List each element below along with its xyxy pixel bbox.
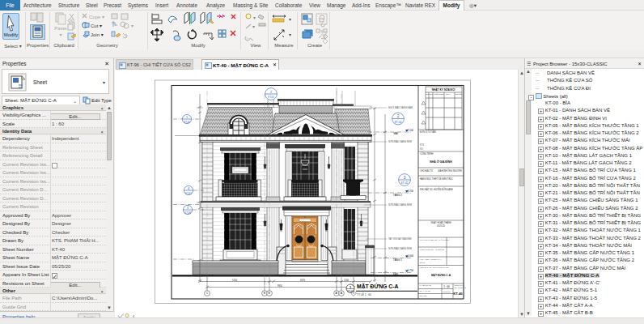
svg-text:1: 1 <box>186 116 188 119</box>
svg-text:SƠN MÀU VÀNG KEM: SƠN MÀU VÀNG KEM <box>388 140 412 143</box>
svg-text:SƠN MÀU VÀNG KEM: SƠN MÀU VÀNG KEM <box>388 247 412 250</box>
svg-text:1: 1 <box>187 207 189 210</box>
svg-text:NGÓI MÀU VÀNG ĐẬM: NGÓI MÀU VÀNG ĐẬM <box>388 105 413 109</box>
svg-text:Paste: Paste <box>54 26 67 31</box>
svg-text:KT-41: KT-41 <box>185 192 192 195</box>
svg-text:▾: ▾ <box>253 15 256 20</box>
svg-text:-0.750: -0.750 <box>406 269 413 272</box>
svg-text:KS: KS <box>420 147 423 151</box>
svg-text:KT-40: KT-40 <box>347 290 354 293</box>
svg-text:±0.000: ±0.000 <box>406 254 413 258</box>
svg-text:1 : 60: 1 : 60 <box>443 285 450 288</box>
svg-text:Modify: Modify <box>4 32 19 37</box>
svg-text:NO: NO <box>426 93 430 96</box>
svg-text:TAY VỊN SẮT MẠ KẼM: TAY VỊN SẮT MẠ KẼM <box>388 237 412 241</box>
svg-text:+3.700: +3.700 <box>406 190 414 193</box>
svg-text:DRAWING NO: DRAWING NO <box>455 287 467 288</box>
svg-text:TÊN BẢN VẼ - DRAWING NAME: TÊN BẢN VẼ - DRAWING NAME <box>420 266 449 269</box>
svg-text:MẶT ĐỨNG C-A: MẶT ĐỨNG C-A <box>357 283 398 289</box>
svg-text:KT-40: KT-40 <box>453 292 463 296</box>
svg-text:Cope ▾: Cope ▾ <box>89 15 104 19</box>
svg-text:DUYỆT: DUYỆT <box>455 93 463 96</box>
svg-text:NHÀ Ở GIA ĐÌNH: NHÀ Ở GIA ĐÌNH <box>430 160 452 164</box>
svg-text:▾: ▾ <box>289 32 291 37</box>
svg-text:▾: ▾ <box>131 23 133 28</box>
svg-text:MÁI: MÁI <box>393 132 398 135</box>
svg-text:Duyệt: Duyệt <box>420 262 426 264</box>
svg-text:4: 4 <box>188 187 189 190</box>
svg-text:▾: ▾ <box>289 17 291 22</box>
svg-text:NỘI DUNG: NỘI DUNG <box>434 93 444 96</box>
svg-text:▾: ▾ <box>59 32 61 37</box>
svg-text:4570: 4570 <box>300 279 305 282</box>
svg-text:NGÀY: NGÀY <box>446 93 451 96</box>
svg-text:B': B' <box>269 292 271 295</box>
svg-text:2: 2 <box>270 91 272 94</box>
svg-text:SỐ BẢN VẼ: SỐ BẢN VẼ <box>455 284 464 286</box>
svg-text:3: 3 <box>404 176 406 180</box>
svg-text:KTS: KTS <box>420 143 424 147</box>
svg-text:NGÀY/ DATE: NGÀY/ DATE <box>420 290 431 292</box>
svg-text:9950: 9950 <box>278 284 282 288</box>
svg-text:05/25/20: 05/25/20 <box>437 224 446 228</box>
svg-text:KT-46: KT-46 <box>184 211 191 215</box>
svg-text:▾: ▾ <box>252 24 255 29</box>
svg-text:05/25/20: 05/25/20 <box>443 291 451 293</box>
svg-text:HỌA VIÊN - TRIỂN KHAI: HỌA VIÊN - TRIỂN KHAI <box>420 258 442 261</box>
svg-text:SƠN MÀU VÀNG KEM: SƠN MÀU VÀNG KEM <box>388 203 412 207</box>
svg-text:Join ▾: Join ▾ <box>91 32 104 37</box>
svg-text:5150: 5150 <box>232 279 237 282</box>
svg-text:1200: 1200 <box>344 279 349 282</box>
svg-text:NHẬT KÝ SỬA ĐỔI: NHẬT KÝ SỬA ĐỔI <box>432 87 455 92</box>
svg-text:KT-05: KT-05 <box>268 96 274 99</box>
svg-text:SÀN: SÀN <box>393 273 398 276</box>
svg-text:CHỦ TRÌ THIẾT KẾ - THẨM ĐỊNH: CHỦ TRÌ THIẾT KẾ - THẨM ĐỊNH <box>420 239 450 241</box>
svg-text:KIẾN TRÚC SƯ - THIẾT KẾ: KIẾN TRÚC SƯ - THIẾT KẾ <box>420 249 444 251</box>
svg-text:Cut ▾: Cut ▾ <box>91 23 102 28</box>
svg-text:SỬA: SỬA <box>430 93 434 96</box>
svg-text:A': A' <box>336 292 338 295</box>
svg-text:2: 2 <box>397 114 400 118</box>
svg-text:+7.100: +7.100 <box>406 129 414 132</box>
svg-text:KT-40: KT-40 <box>184 121 190 124</box>
svg-text:KT-42: KT-42 <box>401 181 409 185</box>
svg-text:MẶT ĐỨNG C-A: MẶT ĐỨNG C-A <box>431 273 451 277</box>
svg-text:NGÀY HOÀN THÀNH: NGÀY HOÀN THÀNH <box>430 221 451 224</box>
svg-text:KT-04: KT-04 <box>395 121 402 124</box>
svg-text:TỶ LỆ 1 : 60: TỶ LỆ 1 : 60 <box>357 292 371 296</box>
svg-text:TẦNG 1: TẦNG 1 <box>393 258 402 262</box>
svg-text:TẦNG 2: TẦNG 2 <box>393 194 402 197</box>
